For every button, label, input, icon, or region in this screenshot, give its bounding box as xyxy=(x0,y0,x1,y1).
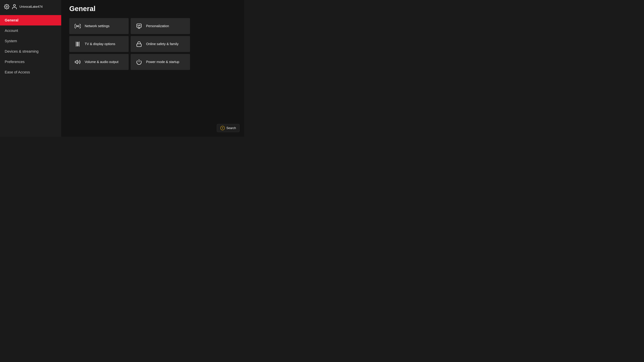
power-mode-tile[interactable]: Power mode & startup xyxy=(131,54,190,70)
lock-icon xyxy=(136,41,142,47)
avatar-icon xyxy=(12,4,18,10)
tv-display-label: TV & display options xyxy=(85,42,115,46)
profile-name: UnivocalLake474 xyxy=(20,5,42,8)
online-safety-label: Online safety & family xyxy=(146,42,178,46)
sidebar-item-system[interactable]: System xyxy=(0,36,61,46)
sidebar-item-general[interactable]: General xyxy=(0,15,61,25)
search-button[interactable]: Y Search xyxy=(217,124,240,132)
volume-audio-tile[interactable]: Volume & audio output xyxy=(69,54,129,70)
sidebar: UnivocalLake474 General Account System D… xyxy=(0,0,61,137)
search-label: Search xyxy=(226,126,236,130)
network-settings-tile[interactable]: Network settings xyxy=(69,18,129,34)
sidebar-item-account[interactable]: Account xyxy=(0,25,61,36)
page-title: General xyxy=(69,5,236,13)
network-icon xyxy=(75,23,81,29)
power-mode-label: Power mode & startup xyxy=(146,60,179,64)
personalization-icon xyxy=(136,23,142,29)
personalization-tile[interactable]: Personalization xyxy=(131,18,190,34)
volume-icon xyxy=(75,59,81,65)
tv-display-tile[interactable]: TV & display options xyxy=(69,36,129,52)
profile-section: UnivocalLake474 xyxy=(0,0,61,13)
sidebar-item-ease-of-access[interactable]: Ease of Access xyxy=(0,67,61,77)
main-content: General Network settings xyxy=(61,0,244,137)
network-settings-label: Network settings xyxy=(85,24,110,28)
tv-display-icon xyxy=(75,41,81,47)
nav-menu: General Account System Devices & streami… xyxy=(0,15,61,77)
settings-grid: Network settings Personalization xyxy=(69,18,190,70)
sidebar-item-preferences[interactable]: Preferences xyxy=(0,57,61,67)
svg-point-1 xyxy=(14,4,16,6)
power-icon xyxy=(136,59,142,65)
sidebar-item-devices-streaming[interactable]: Devices & streaming xyxy=(0,46,61,57)
svg-marker-12 xyxy=(75,60,78,64)
y-button-icon: Y xyxy=(220,126,225,130)
svg-rect-11 xyxy=(137,44,142,46)
personalization-label: Personalization xyxy=(146,24,169,28)
online-safety-tile[interactable]: Online safety & family xyxy=(131,36,190,52)
svg-point-2 xyxy=(77,26,78,27)
gear-icon xyxy=(4,4,10,9)
volume-audio-label: Volume & audio output xyxy=(85,60,118,64)
svg-point-0 xyxy=(6,6,8,7)
